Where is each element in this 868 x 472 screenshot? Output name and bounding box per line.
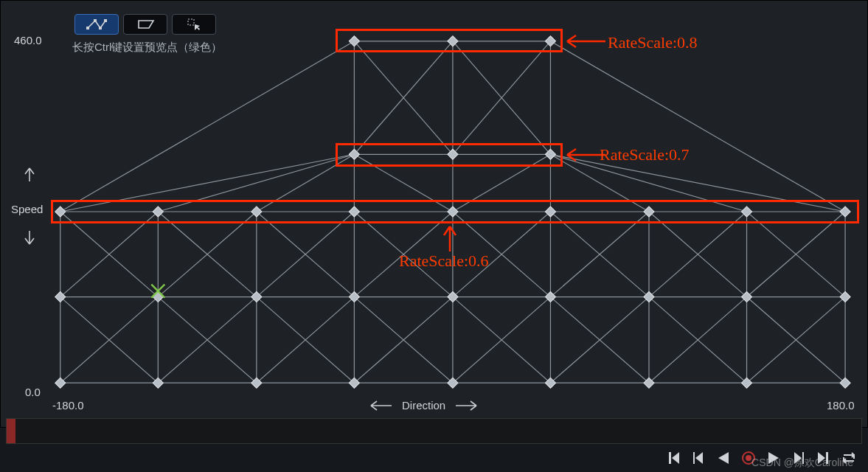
play-reverse-button[interactable] [715,450,732,466]
svg-rect-37 [99,27,102,30]
y-min-label: 0.0 [25,386,41,398]
x-min-label: -180.0 [52,399,84,412]
box-icon [136,18,155,30]
x-axis-label: Direction [402,399,445,412]
direction-decrease-arrow[interactable] [369,400,392,411]
timeline-playhead[interactable] [7,419,15,443]
blendspace-canvas[interactable]: 460.0 0.0 Speed -180.0 180.0 Direction 长… [0,0,868,428]
y-max-label: 460.0 [14,34,42,46]
tool-connect-button[interactable] [74,14,119,35]
x-max-label: 180.0 [827,399,855,412]
step-back-button[interactable] [690,450,706,466]
blendspace-graph [1,1,867,427]
direction-increase-arrow[interactable] [456,400,478,411]
speed-decrease-arrow[interactable] [21,227,38,248]
svg-rect-35 [86,27,89,30]
hint-text: 长按Ctrl键设置预览点（绿色） [72,41,222,55]
y-axis-label: Speed [11,203,43,215]
svg-point-41 [746,455,751,461]
speed-increase-arrow[interactable] [21,164,38,185]
timeline-scrubber[interactable] [6,418,862,444]
svg-rect-36 [94,19,97,22]
select-icon [187,18,201,31]
connect-icon [86,18,108,30]
tool-select-button[interactable] [172,14,216,35]
go-to-start-button[interactable] [665,450,681,466]
svg-rect-39 [188,19,194,25]
tool-box-button[interactable] [123,14,167,35]
watermark: CSDN @涂欢Caroline [751,457,853,470]
svg-rect-38 [104,19,107,22]
